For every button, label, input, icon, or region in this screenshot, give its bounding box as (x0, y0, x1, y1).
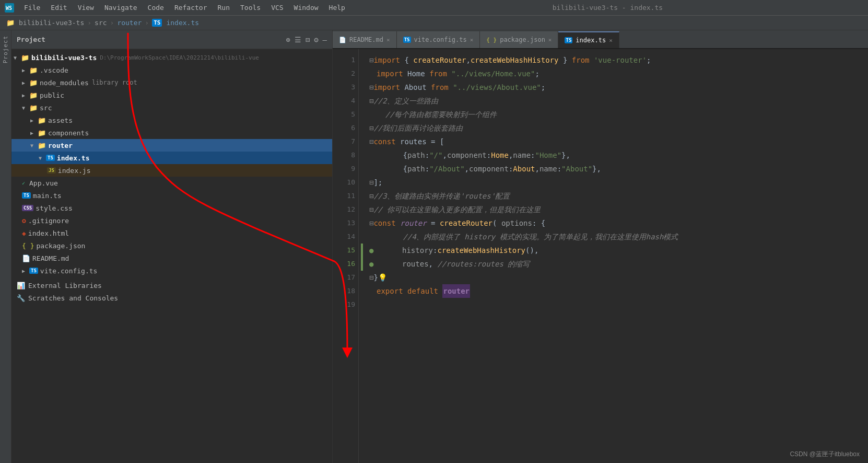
vite-tab-icon: TS (403, 37, 411, 43)
breadcrumb-router[interactable]: router (117, 19, 142, 27)
vite-ts-badge: TS (29, 268, 38, 274)
menu-vcs[interactable]: VCS (267, 3, 287, 13)
components-label: components (48, 129, 89, 137)
watermark: CSDN @蓝匣子itbluebox (790, 450, 860, 459)
readme-tab-close[interactable]: × (386, 37, 390, 43)
root-arrow: ▼ (14, 55, 21, 61)
code-line-13: ⊟const router = createRouter( options: { (369, 216, 868, 230)
menu-window[interactable]: Window (290, 3, 323, 13)
gitignore-label: .gitignore (28, 217, 69, 225)
appvue-arrow: ✓ (22, 180, 29, 186)
tree-assets[interactable]: ▶ 📁 assets (11, 114, 332, 126)
tab-indexts[interactable]: TS index.ts × (558, 31, 619, 48)
menu-refactor[interactable]: Refactor (170, 3, 212, 13)
menu-view[interactable]: View (74, 3, 98, 13)
tab-viteconfig[interactable]: TS vite.config.ts × (397, 31, 480, 48)
tab-packagejson[interactable]: { } package.json × (480, 31, 558, 48)
menu-code[interactable]: Code (144, 3, 168, 13)
html-icon: ◈ (22, 229, 26, 237)
pkgjson-tab-icon: { } (486, 37, 497, 43)
viteconfig-tab-label: vite.config.ts (414, 36, 467, 43)
tree-router-folder[interactable]: ▼ 📁 router (11, 139, 332, 152)
menubar: WS File Edit View Navigate Code Refactor… (0, 0, 868, 16)
breadcrumb-src[interactable]: src (95, 19, 107, 27)
tree-index-ts[interactable]: ▼ TS index.ts (11, 152, 332, 164)
index-html-label: index.html (28, 229, 69, 237)
root-folder-icon: 📁 (21, 54, 29, 62)
svg-text:WS: WS (6, 5, 12, 11)
viteconfig-arrow: ▶ (22, 268, 29, 274)
breadcrumb-file[interactable]: index.ts (166, 19, 199, 27)
tree-package-json[interactable]: { } package.json (11, 239, 332, 252)
tree-readme-md[interactable]: 📄 README.md (11, 252, 332, 264)
root-path: D:\ProgramWorkSpace\IDEA\20221214\bilibi… (100, 54, 259, 61)
code-line-6: ⊟//我们后面再讨论嵌套路由 (369, 121, 868, 135)
code-line-2: import Home from "../views/Home.vue"; (369, 67, 868, 80)
index-ts-label: index.ts (57, 154, 90, 162)
tree-index-html[interactable]: ◈ index.html (11, 227, 332, 239)
router-label: router (48, 142, 73, 149)
tab-readme[interactable]: 📄 README.md × (333, 31, 397, 48)
minimize-icon[interactable]: — (323, 36, 327, 44)
locate-icon[interactable]: ⊕ (286, 36, 290, 44)
code-editor[interactable]: 1 2 3 4 5 6 7 8 9 10 11 12 13 14 15 16 1… (333, 49, 868, 463)
indexts-tab-label: index.ts (576, 37, 606, 44)
expand-icon[interactable]: ⊟ (306, 36, 310, 44)
tree-src[interactable]: ▼ 📁 src (11, 101, 332, 114)
tree-vscode[interactable]: ▶ 📁 .vscode (11, 64, 332, 76)
json-icon: { } (22, 242, 34, 250)
code-line-5: //每个路由都需要映射到一个组件 (369, 108, 868, 121)
menu-run[interactable]: Run (214, 3, 234, 13)
code-line-11: ⊟//3、创建路由实例并传递'routes'配置 (369, 189, 868, 203)
menu-help[interactable]: Help (325, 3, 349, 13)
router-folder-icon: 📁 (38, 142, 46, 149)
router-arrow: ▼ (30, 143, 38, 148)
code-line-7: ⊟const routes = [ (369, 135, 868, 148)
code-line-15: ● history:createWebHashHistory(), (369, 244, 868, 257)
vscode-folder-icon: 📁 (29, 66, 38, 74)
tab-bar: 📄 README.md × TS vite.config.ts × { } pa… (333, 30, 868, 49)
tree-main-ts[interactable]: TS main.ts (11, 189, 332, 202)
breadcrumb-root[interactable]: bilibili-vue3-ts (19, 19, 84, 27)
tree-app-vue[interactable]: ✓ App.vue (11, 177, 332, 189)
tree-components[interactable]: ▶ 📁 components (11, 126, 332, 139)
viteconfig-tab-close[interactable]: × (470, 37, 474, 43)
collapse-icon[interactable]: ☰ (295, 36, 301, 44)
tree-node-modules[interactable]: ▶ 📁 node_modules library root (11, 76, 332, 89)
breadcrumb-sep1: › (87, 19, 91, 27)
tree-external-libraries[interactable]: 📊 External Libraries (11, 279, 332, 292)
indexts-tab-icon: TS (565, 37, 572, 43)
tree-style-css[interactable]: CSS style.css (11, 202, 332, 214)
index-js-label: index.js (58, 167, 91, 175)
menu-navigate[interactable]: Navigate (100, 3, 142, 13)
menu-edit[interactable]: Edit (46, 3, 71, 13)
css-badge: CSS (22, 205, 33, 211)
packagejson-tab-close[interactable]: × (548, 37, 552, 43)
code-line-3: ⊟import About from "../views/About.vue"; (369, 80, 868, 94)
tree-scratches[interactable]: 🔧 Scratches and Consoles (11, 292, 332, 304)
code-content[interactable]: ⊟import { createRouter,createWebHashHist… (359, 49, 868, 463)
indexts-tab-close[interactable]: × (609, 37, 613, 44)
external-libraries-label: External Libraries (28, 282, 102, 290)
tree-public[interactable]: ▶ 📁 public (11, 89, 332, 101)
external-libs-icon: 📊 (17, 282, 25, 290)
node-modules-extra: library root (92, 79, 137, 86)
project-folder-icon: 📁 (6, 19, 15, 27)
tree-index-js[interactable]: JS index.js (11, 164, 332, 177)
public-label: public (40, 91, 64, 99)
menu-tools[interactable]: Tools (236, 3, 265, 13)
components-arrow: ▶ (30, 130, 38, 136)
code-line-19 (369, 298, 868, 311)
tree-vite-config[interactable]: ▶ TS vite.config.ts (11, 264, 332, 277)
app-logo: WS (4, 3, 15, 13)
menu-file[interactable]: File (20, 3, 44, 13)
settings-icon[interactable]: ⚙ (314, 36, 318, 44)
tree-root[interactable]: ▼ 📁 bilibili-vue3-ts D:\ProgramWorkSpace… (11, 51, 332, 64)
code-line-12: ⊟// 你可以在这里输入更多的配置，但是我们在这里 (369, 203, 868, 216)
breadcrumb: 📁 bilibili-vue3-ts › src › router › TS i… (0, 16, 868, 30)
package-json-label: package.json (36, 242, 85, 250)
project-sidebar-tab[interactable]: Project (0, 30, 11, 463)
vscode-arrow: ▶ (22, 67, 29, 73)
readme-tab-icon: 📄 (339, 37, 346, 43)
tree-gitignore[interactable]: ⚙ .gitignore (11, 214, 332, 227)
